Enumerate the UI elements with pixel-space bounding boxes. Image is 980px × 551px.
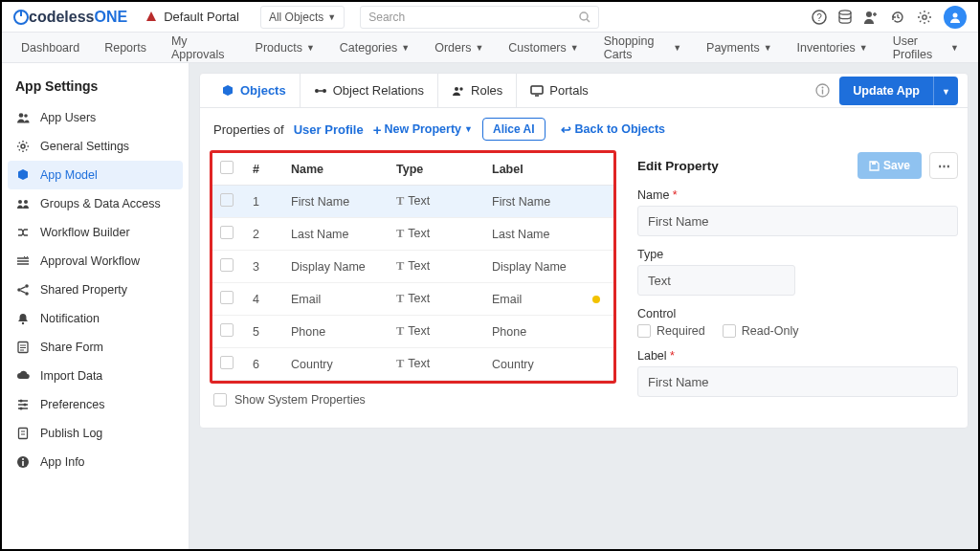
menu-payments[interactable]: Payments▼ [706, 41, 772, 55]
object-name-link[interactable]: User Profile [294, 122, 364, 137]
back-to-objects-link[interactable]: ↩Back to Objects [561, 122, 665, 137]
sidebar-item-label: Preferences [40, 398, 104, 411]
tab-object-relations[interactable]: Object Relations [301, 74, 438, 107]
more-actions-button[interactable]: ⋯ [929, 152, 958, 179]
table-row[interactable]: 5PhoneTTextPhone [212, 316, 613, 348]
property-toolbar: Properties of User Profile +New Property… [200, 108, 968, 150]
row-checkbox[interactable] [220, 323, 234, 337]
sidebar-item-general-settings[interactable]: General Settings [2, 132, 189, 161]
menu-reports[interactable]: Reports [104, 41, 146, 55]
svg-point-33 [455, 87, 458, 91]
sidebar-item-app-info[interactable]: App Info [2, 448, 189, 476]
new-property-button[interactable]: +New Property▼ [373, 121, 473, 138]
required-checkbox[interactable]: Required [637, 324, 705, 338]
menu-categories[interactable]: Categories▼ [340, 41, 410, 55]
sidebar-item-groups-data-access[interactable]: Groups & Data Access [2, 189, 189, 218]
svg-point-23 [20, 400, 23, 403]
flow-icon [15, 226, 31, 239]
object-type-selector[interactable]: All Objects▼ [260, 6, 345, 29]
label-input[interactable] [637, 366, 958, 397]
svg-line-3 [587, 19, 590, 22]
show-system-properties[interactable]: Show System Properties [200, 384, 626, 416]
text-type-icon: T [396, 357, 404, 370]
table-row[interactable]: 2Last NameTTextLast Name [212, 218, 613, 251]
sidebar-item-app-users[interactable]: App Users [2, 103, 189, 132]
relation-icon [314, 84, 327, 98]
portal-selector[interactable]: Default Portal [145, 10, 239, 24]
row-label: First Name [484, 186, 585, 218]
brand-logo[interactable]: codelessONE [13, 9, 127, 26]
readonly-checkbox[interactable]: Read-Only [723, 324, 799, 338]
caret-down-icon: ▼ [764, 43, 772, 53]
type-input[interactable] [637, 265, 795, 296]
tab-portals[interactable]: Portals [517, 74, 601, 107]
brand-suffix: ONE [94, 9, 127, 26]
database-icon[interactable] [838, 10, 852, 25]
table-row[interactable]: 1First NameTTextFirst Name [212, 186, 613, 218]
svg-point-10 [19, 113, 24, 118]
text-type-icon: T [396, 259, 404, 273]
name-input[interactable] [637, 206, 958, 236]
user-avatar[interactable] [944, 6, 967, 29]
show-system-checkbox[interactable] [213, 393, 227, 407]
table-row[interactable]: 3Display NameTTextDisplay Name [212, 251, 613, 283]
sidebar-item-label: General Settings [40, 140, 129, 153]
sidebar-item-workflow-builder[interactable]: Workflow Builder [2, 218, 189, 247]
row-checkbox[interactable] [220, 226, 234, 239]
sidebar-item-preferences[interactable]: Preferences [2, 390, 189, 419]
row-checkbox[interactable] [220, 193, 234, 207]
select-all-checkbox[interactable] [220, 161, 234, 174]
help-icon[interactable]: ? [812, 10, 827, 25]
menu-products[interactable]: Products▼ [256, 41, 315, 55]
svg-point-8 [923, 14, 926, 18]
menu-orders[interactable]: Orders▼ [434, 41, 483, 55]
sidebar: App Settings App UsersGeneral SettingsAp… [2, 63, 189, 549]
sidebar-item-approval-workflow[interactable]: Approval Workflow [2, 247, 189, 276]
row-number: 3 [245, 251, 283, 283]
row-type: TText [389, 316, 484, 348]
text-type-icon: T [396, 227, 404, 240]
table-row[interactable]: 6CountryTTextCountry [212, 348, 613, 381]
add-user-icon[interactable] [863, 10, 879, 25]
history-icon[interactable] [890, 10, 905, 25]
group-icon [15, 197, 31, 210]
caret-down-icon: ▼ [327, 12, 336, 22]
menu-dashboard[interactable]: Dashboard [21, 41, 79, 55]
update-app-button[interactable]: Update App [839, 77, 933, 105]
sidebar-item-label: App Model [40, 168, 98, 182]
sidebar-item-label: Publish Log [40, 427, 102, 440]
sidebar-item-app-model[interactable]: App Model [8, 161, 183, 189]
settings-icon[interactable] [917, 10, 932, 25]
update-app-dropdown[interactable]: ▼ [933, 77, 958, 105]
save-icon [869, 161, 880, 171]
share-icon [15, 283, 31, 297]
sidebar-item-import-data[interactable]: Import Data [2, 362, 189, 390]
menu-customers[interactable]: Customers▼ [508, 41, 578, 55]
pref-icon [15, 398, 31, 411]
sidebar-item-publish-log[interactable]: Publish Log [2, 419, 189, 448]
row-number: 6 [245, 348, 283, 381]
menu-shopping-carts[interactable]: Shopping Carts▼ [604, 34, 681, 61]
properties-table: # Name Type Label 1First NameTTextFirst … [212, 153, 613, 381]
row-number: 5 [245, 316, 283, 348]
menu-user-profiles[interactable]: User Profiles▼ [893, 34, 959, 61]
save-button[interactable]: Save [858, 152, 922, 179]
svg-rect-1 [20, 11, 22, 16]
row-checkbox[interactable] [220, 258, 234, 272]
row-checkbox[interactable] [220, 291, 234, 304]
sidebar-item-notification[interactable]: Notification [2, 304, 189, 333]
table-row[interactable]: 4EmailTTextEmail [212, 283, 613, 316]
info-icon[interactable] [806, 83, 839, 98]
svg-point-24 [24, 404, 27, 407]
sidebar-item-shared-property[interactable]: Shared Property [2, 276, 189, 304]
global-search[interactable]: Search [360, 6, 599, 29]
menu-inventories[interactable]: Inventories▼ [797, 41, 868, 55]
svg-rect-39 [822, 90, 823, 95]
alice-ai-button[interactable]: Alice AI [482, 118, 546, 141]
tab-roles[interactable]: Roles [438, 74, 517, 107]
row-checkbox[interactable] [220, 356, 234, 369]
menu-my-approvals[interactable]: My Approvals [171, 34, 231, 61]
main-card: Objects Object Relations Roles Portals U… [199, 73, 969, 429]
sidebar-item-share-form[interactable]: Share Form [2, 333, 189, 362]
tab-objects[interactable]: Objects [208, 74, 301, 107]
